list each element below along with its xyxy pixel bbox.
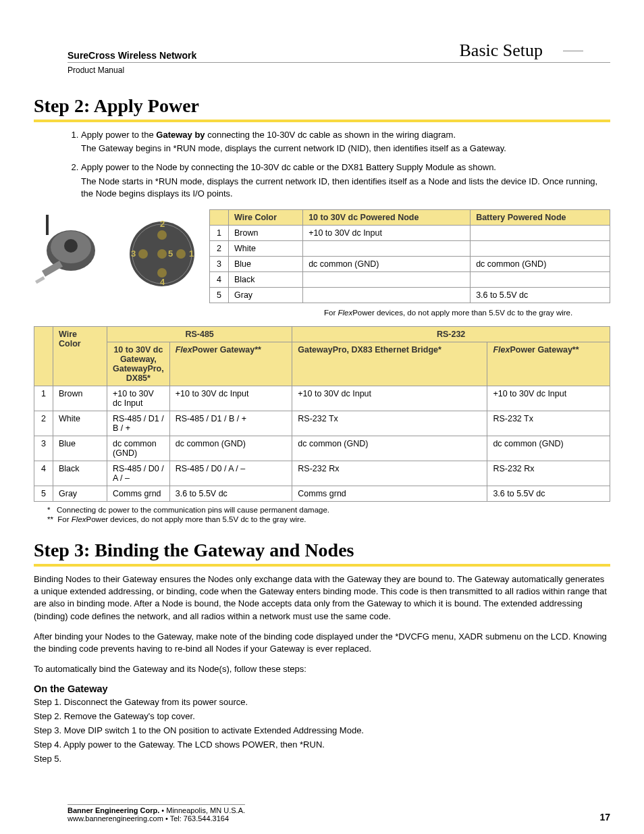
gstep-3: Step 3. Move DIP switch 1 to the ON posi… (34, 725, 610, 735)
step2-item-2: Apply power to the Node by connecting th… (81, 161, 610, 200)
step2-list: Apply power to the Gateway by connecting… (81, 129, 610, 200)
step2-item-1: Apply power to the Gateway by connecting… (81, 129, 610, 155)
svg-point-10 (138, 249, 148, 259)
table-row: 5Gray3.6 to 5.5V dc (210, 287, 610, 303)
table-row: 4BlackRS-485 / D0 / A / –RS-485 / D0 / A… (34, 461, 610, 486)
footer-contact: www.bannerengineering.com • Tel: 763.544… (68, 814, 245, 823)
svg-text:1: 1 (189, 249, 194, 259)
th-rs485: RS-485 (107, 326, 292, 342)
step3-p3: To automatically bind the Gateway and it… (34, 663, 610, 675)
text-bold: Gateway by (156, 130, 205, 140)
table-row: 3Bluedc common (GND)dc common (GND) (210, 256, 610, 271)
gateway-steps: Step 1. Disconnect the Gateway from its … (34, 697, 610, 764)
step3-p1: Binding Nodes to their Gateway ensures t… (34, 573, 610, 623)
text: The Gateway begins in *RUN mode, display… (81, 142, 610, 155)
text: connecting the 10-30V dc cable as shown … (205, 130, 456, 140)
th-rs232: RS-232 (292, 326, 610, 342)
footer-loc: • Minneapolis, MN U.S.A. (159, 806, 245, 814)
table-row: 3Bluedc common (GND)dc common (GND)dc co… (34, 436, 610, 461)
yellow-rule (34, 120, 610, 122)
gstep-1: Step 1. Disconnect the Gateway from its … (34, 697, 610, 707)
svg-point-8 (176, 249, 186, 259)
svg-point-3 (64, 239, 78, 253)
th-col4: FlexPower Gateway** (487, 342, 610, 386)
text: Apply power to the (81, 130, 156, 140)
th-battery-node: Battery Powered Node (471, 209, 610, 225)
svg-rect-5 (35, 276, 45, 284)
footnotes: * Connecting dc power to the communicati… (47, 506, 610, 523)
step2-heading: Step 2: Apply Power (34, 95, 610, 117)
svg-text:4: 4 (160, 277, 165, 287)
th-blank (34, 326, 53, 386)
svg-point-11 (157, 268, 167, 278)
gstep-2: Step 2. Remove the Gateway's top cover. (34, 711, 610, 721)
svg-text:2: 2 (160, 219, 165, 229)
table-row: 4Black (210, 271, 610, 287)
th-blank (210, 209, 229, 225)
footer-company: Banner Engineering Corp. (68, 806, 159, 814)
figure-table-row: 1 2 3 4 5 Wire Color 10 to 30V dc Powere… (34, 209, 610, 303)
svg-point-12 (157, 249, 167, 259)
yellow-rule (34, 564, 610, 567)
text: The Node starts in *RUN mode, displays t… (81, 176, 610, 200)
device-icon (34, 213, 115, 294)
header-left: SureCross Wireless Network (68, 50, 196, 61)
svg-rect-0 (46, 215, 49, 235)
table-row: 1Brown+10 to 30V dc Input+10 to 30V dc I… (34, 386, 610, 411)
th-powered-node: 10 to 30V dc Powered Node (303, 209, 471, 225)
connector-icon: 1 2 3 4 5 (122, 213, 203, 294)
product-line: SureCross Wireless Network (68, 50, 196, 61)
table-row: 5GrayComms grnd3.6 to 5.5V dcComms grnd3… (34, 486, 610, 501)
header-rule (563, 51, 583, 51)
footnote-2: ** For FlexPower devices, do not apply m… (47, 515, 610, 523)
page-footer: Banner Engineering Corp. • Minneapolis, … (34, 804, 610, 823)
footer-left: Banner Engineering Corp. • Minneapolis, … (68, 804, 245, 823)
section-title: Basic Setup (460, 41, 611, 61)
th-col3: GatewayPro, DX83 Ethernet Bridge* (292, 342, 487, 386)
svg-point-9 (157, 230, 167, 240)
th-col1: 10 to 30V dc Gateway, GatewayPro, DX85* (107, 342, 170, 386)
svg-text:3: 3 (131, 249, 136, 259)
wire-table-1: Wire Color 10 to 30V dc Powered Node Bat… (209, 209, 610, 303)
table1-note: For FlexPower devices, do not apply more… (324, 309, 610, 317)
step3-heading: Step 3: Binding the Gateway and Nodes (34, 540, 610, 561)
on-the-gateway-heading: On the Gateway (34, 683, 610, 694)
section-title-text: Basic Setup (460, 41, 543, 61)
th-wire-color: Wire Color (53, 326, 107, 386)
svg-text:5: 5 (168, 249, 173, 259)
table-row: 1Brown+10 to 30V dc Input (210, 225, 610, 240)
gstep-5: Step 5. (34, 754, 610, 764)
table-row: 2White (210, 240, 610, 256)
header-subtitle: Product Manual (68, 66, 610, 75)
footnote-1: * Connecting dc power to the communicati… (47, 506, 610, 514)
step3-p2: After binding your Nodes to the Gateway,… (34, 631, 610, 655)
gstep-4: Step 4. Apply power to the Gateway. The … (34, 739, 610, 750)
figure-box: 1 2 3 4 5 (34, 209, 203, 294)
th-wire-color: Wire Color (229, 209, 303, 225)
table-row: 2WhiteRS-485 / D1 / B / +RS-485 / D1 / B… (34, 411, 610, 436)
page-header: SureCross Wireless Network Basic Setup (68, 41, 610, 63)
wire-table-2: Wire Color RS-485 RS-232 10 to 30V dc Ga… (34, 326, 610, 502)
th-col2: FlexPower Gateway** (169, 342, 292, 386)
page-number: 17 (599, 812, 610, 823)
text: Apply power to the Node by connecting th… (81, 162, 496, 172)
